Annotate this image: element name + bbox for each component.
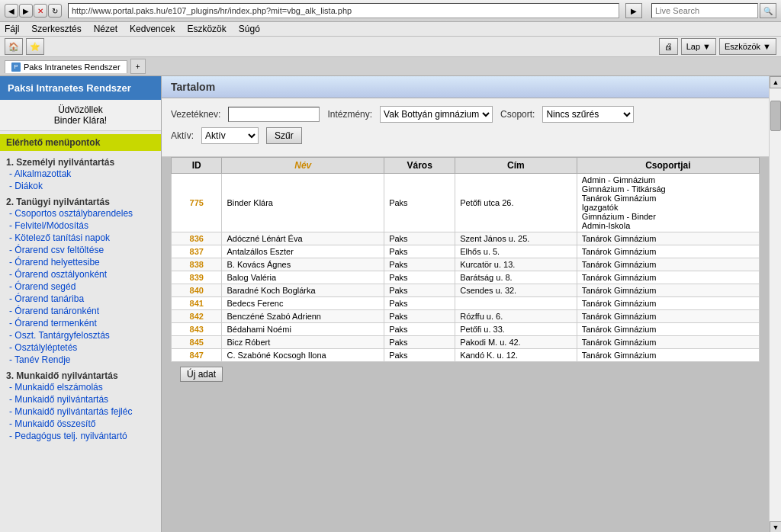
- filter-row-2: Aktív: Aktív Inaktív Mindkettő Szűr: [171, 127, 760, 144]
- table-row[interactable]: 836Adóczné Lénárt ÉvaPaksSzent János u. …: [172, 232, 760, 245]
- greeting-name: Binder Klára!: [8, 115, 153, 126]
- sidebar-section-3: 3. Munkaidő nyilvántartás: [6, 370, 155, 381]
- go-button[interactable]: ▶: [625, 3, 642, 18]
- cell-csoportjai: Admin - Gimnázium Gimnázium - Titkárság …: [577, 174, 759, 232]
- active-tab[interactable]: P Paks Intranetes Rendszer: [5, 60, 127, 73]
- back-button[interactable]: ◀: [5, 4, 18, 18]
- table-row[interactable]: 841Bedecs FerencPaksTanárok Gimnázium: [172, 297, 760, 310]
- vertical-scrollbar[interactable]: ▲ ▼: [769, 76, 781, 532]
- greeting-text: Üdvözöllek: [8, 104, 153, 115]
- sidebar-item-felvitel[interactable]: - Felvitel/Módosítás: [6, 220, 155, 232]
- table-row[interactable]: 843Bédahami NoémiPaksPetőfi u. 33.Tanáro…: [172, 323, 760, 336]
- menu-file[interactable]: Fájl: [5, 24, 19, 34]
- cell-csoportjai: Tanárok Gimnázium: [577, 232, 759, 245]
- cell-cim: Szent János u. 25.: [455, 232, 577, 245]
- cell-varos: Paks: [384, 232, 455, 245]
- cell-varos: Paks: [384, 349, 455, 362]
- toolbar-right: 🖨 Lap ▼ Eszközök ▼: [659, 38, 776, 55]
- url-bar[interactable]: http://www.portal.paks.hu/e107_plugins/h…: [68, 3, 619, 18]
- search-bar: 🔍: [651, 3, 776, 18]
- cell-id: 838: [172, 258, 222, 271]
- cell-cim: Kandó K. u. 12.: [455, 349, 577, 362]
- scroll-track[interactable]: [770, 88, 781, 521]
- home-button[interactable]: 🏠: [5, 38, 23, 55]
- page-button[interactable]: Lap ▼: [681, 38, 716, 55]
- live-search-input[interactable]: [651, 3, 758, 18]
- sidebar-item-orarend-helyettesibe[interactable]: - Órarend helyettesibe: [6, 256, 155, 268]
- cell-nev: Baradné Koch Boglárka: [222, 284, 384, 297]
- table-row[interactable]: 847C. Szabóné Kocsogh IlonaPaksKandó K. …: [172, 349, 760, 362]
- cell-varos: Paks: [384, 174, 455, 232]
- scroll-down-arrow[interactable]: ▼: [770, 521, 781, 532]
- table-row[interactable]: 842Benczéné Szabó AdriennPaksRózffu u. 6…: [172, 310, 760, 323]
- cell-varos: Paks: [384, 271, 455, 284]
- favorites-star-button[interactable]: ⭐: [26, 38, 44, 55]
- sidebar-item-munkaidő-nyilvántartás[interactable]: - Munkaidő nyilvántartás: [6, 393, 155, 405]
- sidebar-item-kotelező[interactable]: - Kötelező tanítási napok: [6, 232, 155, 244]
- szur-button[interactable]: Szűr: [266, 127, 302, 144]
- main-window: Paksi Intranetes Rendszer Üdvözöllek Bin…: [0, 76, 781, 532]
- menu-edit[interactable]: Szerkesztés: [31, 24, 81, 34]
- table-row[interactable]: 838B. Kovács ÁgnesPaksKurcatör u. 13.Tan…: [172, 258, 760, 271]
- scroll-thumb[interactable]: [770, 101, 781, 131]
- table-row[interactable]: 837Antalzállos EszterPaksElhős u. 5.Taná…: [172, 245, 760, 258]
- sidebar-item-munkaidő-elszámolás[interactable]: - Munkaidő elszámolás: [6, 381, 155, 393]
- new-tab-button[interactable]: +: [130, 59, 146, 74]
- cell-id: 839: [172, 271, 222, 284]
- refresh-button[interactable]: ↻: [48, 4, 62, 18]
- col-csoportjai: Csoportjai: [577, 158, 759, 174]
- table-row[interactable]: 840Baradné Koch BoglárkaPaksCsendes u. 3…: [172, 284, 760, 297]
- cell-nev: Bédahami Noémi: [222, 323, 384, 336]
- cell-csoportjai: Tanárok Gimnázium: [577, 245, 759, 258]
- aktiv-select[interactable]: Aktív Inaktív Mindkettő: [201, 127, 259, 144]
- search-go-button[interactable]: 🔍: [760, 3, 776, 18]
- cell-csoportjai: Tanárok Gimnázium: [577, 258, 759, 271]
- sidebar-item-tantargyfelosztás[interactable]: - Oszt. Tantárgyfelosztás: [6, 329, 155, 341]
- sidebar-item-orarend-seged[interactable]: - Órarend segéd: [6, 280, 155, 293]
- table-row[interactable]: 775Binder KláraPaksPetőfi utca 26.Admin …: [172, 174, 760, 232]
- sidebar-item-tanev-rendje[interactable]: - Tanév Rendje: [6, 354, 155, 366]
- csoport-select[interactable]: Nincs szűrés: [542, 106, 634, 123]
- intezmeny-select[interactable]: Vak Bottyán gimnázium: [380, 106, 493, 123]
- cell-varos: Paks: [384, 323, 455, 336]
- menu-tools[interactable]: Eszközök: [187, 24, 226, 34]
- vezeteknev-input[interactable]: [228, 107, 320, 122]
- sidebar-item-orarend-termenként[interactable]: - Órarend termenként: [6, 317, 155, 329]
- sidebar-item-alkalmazottak[interactable]: - Alkalmazottak: [6, 168, 155, 180]
- url-text: http://www.portal.paks.hu/e107_plugins/h…: [72, 6, 352, 15]
- sidebar-item-orarend-osztalyonkent[interactable]: - Órarend osztályonként: [6, 268, 155, 280]
- sidebar-title: Paksi Intranetes Rendszer: [0, 76, 161, 100]
- menu-help[interactable]: Súgó: [239, 24, 260, 34]
- cell-cim: Petőfi utca 26.: [455, 174, 577, 232]
- menu-view[interactable]: Nézet: [94, 24, 117, 34]
- eszközök-button[interactable]: Eszközök ▼: [719, 38, 776, 55]
- sidebar-item-csoportos[interactable]: - Csoportos osztálybarendeles: [6, 207, 155, 220]
- sidebar-item-diakok[interactable]: - Diákok: [6, 180, 155, 192]
- print-button[interactable]: 🖨: [659, 38, 678, 55]
- tab-favicon: P: [11, 62, 21, 72]
- cell-csoportjai: Tanárok Gimnázium: [577, 297, 759, 310]
- cell-cim: Barátság u. 8.: [455, 271, 577, 284]
- cell-nev: Bedecs Ferenc: [222, 297, 384, 310]
- sidebar-item-orarend-csv[interactable]: - Órarend csv feltöltése: [6, 244, 155, 256]
- scroll-up-arrow[interactable]: ▲: [770, 76, 781, 88]
- table-wrapper: ID Név Város Cím Csoportjai 775Binder Kl…: [162, 157, 769, 394]
- browser-menubar: Fájl Szerkesztés Nézet Kedvencek Eszközö…: [0, 22, 781, 37]
- new-record-button[interactable]: Új adat: [180, 367, 223, 382]
- csoport-label: Csoport:: [500, 109, 535, 120]
- sidebar-item-pedagógus[interactable]: - Pedagógus telj. nyilvántartó: [6, 430, 155, 442]
- sidebar-item-orarend-tanaronkent[interactable]: - Órarend tanáronként: [6, 305, 155, 317]
- sidebar-item-munkaidő-fejléc[interactable]: - Munkaidő nyilvántartás fejléc: [6, 405, 155, 418]
- cell-nev: B. Kovács Ágnes: [222, 258, 384, 271]
- menu-favorites[interactable]: Kedvencek: [130, 24, 175, 34]
- table-row[interactable]: 839Balog ValériaPaksBarátság u. 8.Tanáro…: [172, 271, 760, 284]
- stop-button[interactable]: ✕: [34, 4, 47, 18]
- cell-nev: Balog Valéria: [222, 271, 384, 284]
- sidebar-item-munkaidő-összesítő[interactable]: - Munkaidő összesítő: [6, 418, 155, 430]
- sidebar-item-osztályléptetés[interactable]: - Osztályléptetés: [6, 341, 155, 354]
- forward-button[interactable]: ▶: [19, 4, 33, 18]
- sidebar-item-orarend-tarariba[interactable]: - Órarend tanáriba: [6, 293, 155, 305]
- filter-area: Vezetéknev: Intézmény: Vak Bottyán gimná…: [162, 98, 769, 157]
- table-row[interactable]: 845Bicz RóbertPaksPakodi M. u. 42.Tanáro…: [172, 336, 760, 349]
- cell-nev: Bicz Róbert: [222, 336, 384, 349]
